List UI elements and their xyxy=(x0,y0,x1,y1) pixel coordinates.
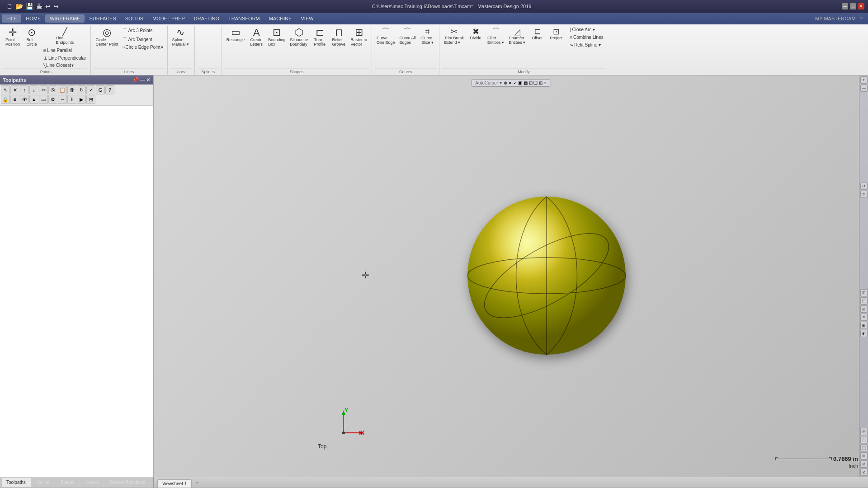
tb-view[interactable]: 👁 xyxy=(20,95,29,104)
arc-tangent-button[interactable]: ⌒ Arc Tangent xyxy=(121,35,164,43)
view-btn-8[interactable]: ≡ xyxy=(860,314,868,321)
viewsheet-1[interactable]: Viewsheet 1 xyxy=(157,479,192,488)
tb-info[interactable]: ℹ xyxy=(67,95,76,104)
tb-lock[interactable]: 🔒 xyxy=(1,95,10,104)
offset-button[interactable]: ⊏ Offset xyxy=(528,26,546,42)
point-position-button[interactable]: ✛ PointPosition xyxy=(4,26,22,48)
tb-delete[interactable]: 🗑 xyxy=(67,85,76,94)
bounding-box-button[interactable]: ⊡ BoundingBox xyxy=(266,26,287,48)
relief-groove-button[interactable]: ⊓ ReliefGroove xyxy=(330,26,348,48)
qa-save[interactable]: 💾 xyxy=(25,2,34,11)
menu-machine[interactable]: MACHINE xyxy=(264,14,297,23)
menu-view[interactable]: VIEW xyxy=(297,14,318,23)
qa-open[interactable]: 📂 xyxy=(14,2,24,11)
tab-solids[interactable]: Solids xyxy=(33,478,54,487)
close-button[interactable]: ✕ xyxy=(858,3,864,9)
line-closest-dropdown[interactable]: ╲ Line Closest ▾ xyxy=(42,62,88,68)
qa-undo[interactable]: ↩ xyxy=(44,2,52,11)
divide-button[interactable]: ✖ Divide xyxy=(467,26,485,42)
curve-slice-button[interactable]: ⌗ CurveSlice ▾ xyxy=(418,26,436,46)
panel-minimize-button[interactable]: — xyxy=(140,77,145,83)
tab-recent-functions[interactable]: Recent Functions xyxy=(106,478,151,487)
tab-planes[interactable]: Planes xyxy=(56,478,80,487)
circle-edge-dropdown[interactable]: ○ Circle Edge Point ▾ xyxy=(121,44,164,50)
tb-layers[interactable]: ≡ xyxy=(10,95,19,104)
fillet-button[interactable]: ⌒ FilletEntities ▾ xyxy=(486,26,506,46)
view-btn-4[interactable]: ↻ xyxy=(860,191,868,198)
menu-transform[interactable]: TRANSFORM xyxy=(224,14,264,23)
chamfer-button[interactable]: ◿ ChamferEntities ▾ xyxy=(507,26,527,46)
close-arc-button[interactable]: ) Close Arc ▾ xyxy=(568,26,605,33)
turn-profile-button[interactable]: ⊏ TurnProfile xyxy=(311,26,329,48)
tb-post[interactable]: G xyxy=(96,85,105,94)
trim-break-button[interactable]: ✂ Trim BreakExtend ▾ xyxy=(442,26,466,46)
bolt-circle-button[interactable]: ⊙ BoltCircle xyxy=(23,26,41,48)
qa-new[interactable]: 🗋 xyxy=(5,2,14,11)
menu-my-mastercam[interactable]: MY MASTERCAM ? xyxy=(815,16,866,21)
line-perpendicular-button[interactable]: ⊥ Line Perpendicular xyxy=(42,55,88,61)
view-btn-1[interactable]: + xyxy=(860,76,868,84)
qa-print[interactable]: 🖶 xyxy=(35,2,43,11)
tb-copy[interactable]: ⎘ xyxy=(48,85,57,94)
view-btn-12[interactable]: ◌ xyxy=(860,436,868,443)
tb-move-up[interactable]: ↑ xyxy=(20,85,29,94)
view-btn-9[interactable]: ▣ xyxy=(860,322,868,329)
viewsheet-add-button[interactable]: + xyxy=(193,479,201,488)
viewport[interactable]: AutoCursor ▾ ⊕ ✕ ✓ ▣ ▦ ⊡ ❑ ⊞ ≡ xyxy=(154,75,868,477)
view-btn-14[interactable]: ⊕ xyxy=(860,452,868,460)
tb-select[interactable]: ↖ xyxy=(1,85,10,94)
view-btn-5[interactable]: ⊞ xyxy=(860,289,868,296)
menu-solids[interactable]: SOLIDS xyxy=(121,14,148,23)
panel-close-button[interactable]: ✕ xyxy=(146,77,151,83)
tb-config[interactable]: ⊞ xyxy=(86,95,95,104)
menu-drafting[interactable]: DRAFTING xyxy=(189,14,224,23)
tb-move2[interactable]: ↔ xyxy=(58,95,67,104)
tb-frame[interactable]: ▭ xyxy=(39,95,48,104)
menu-home[interactable]: HOME xyxy=(21,14,45,23)
view-btn-15[interactable]: ⊗ xyxy=(860,460,868,468)
tb-sim[interactable]: ▶ xyxy=(77,95,86,104)
create-letters-button[interactable]: A CreateLetters xyxy=(247,26,265,48)
menu-model-prep[interactable]: MODEL PREP xyxy=(148,14,189,23)
tb-help[interactable]: ? xyxy=(105,85,114,94)
tb-up[interactable]: ▲ xyxy=(29,95,38,104)
panel-pin-button[interactable]: 📌 xyxy=(132,77,139,83)
tb-verify[interactable]: ✓ xyxy=(86,85,95,94)
silhouette-button[interactable]: ⬡ SilhouetteBoundary xyxy=(288,26,310,48)
tb-regen[interactable]: ↻ xyxy=(77,85,86,94)
spline-manual-button[interactable]: ∿ SplineManual ▾ xyxy=(170,26,191,48)
line-parallel-button[interactable]: ≡ Line Parallel xyxy=(42,47,88,54)
circle-center-button[interactable]: ◎ CircleCenter Point xyxy=(94,26,120,48)
view-btn-11[interactable]: ◎ xyxy=(860,428,868,435)
view-btn-6[interactable]: ⊡ xyxy=(860,297,868,305)
qa-redo[interactable]: ↪ xyxy=(52,2,60,11)
tb-cut[interactable]: ✂ xyxy=(39,85,48,94)
view-btn-3[interactable]: ↺ xyxy=(860,183,868,190)
refit-spline-button[interactable]: ∿ Refit Spline ▾ xyxy=(568,42,605,48)
curve-all-edges-button[interactable]: ⌒ Curve AllEdges xyxy=(397,26,417,46)
line-endpoints-button[interactable]: ╱ LineEndpoints xyxy=(42,26,88,46)
view-btn-13[interactable]: ◯ xyxy=(860,444,868,451)
rectangle-button[interactable]: ▭ Rectangle xyxy=(225,26,247,43)
tab-levels[interactable]: Levels xyxy=(81,478,104,487)
tb-move-down[interactable]: ↓ xyxy=(29,85,38,94)
menu-wireframe[interactable]: WIREFRAME xyxy=(45,14,85,23)
menu-file[interactable]: FILE xyxy=(2,14,21,23)
arc-3-points-button[interactable]: ⌒ Arc 3 Points xyxy=(121,26,164,34)
raster-vector-button[interactable]: ⊞ Raster toVector xyxy=(349,26,369,48)
view-btn-7[interactable]: ⊠ xyxy=(860,305,868,313)
chamfer-icon: ◿ xyxy=(514,28,520,36)
view-btn-10[interactable]: ◐ xyxy=(860,330,868,337)
tab-toolpaths[interactable]: Toolpaths xyxy=(2,478,31,487)
combine-lines-button[interactable]: ≡ Combine Lines xyxy=(568,34,605,41)
maximize-button[interactable]: □ xyxy=(850,3,856,9)
menu-surfaces[interactable]: SURFACES xyxy=(85,14,120,23)
project-button[interactable]: ⊡ Project xyxy=(547,26,565,42)
tb-param[interactable]: ⚙ xyxy=(48,95,57,104)
tb-paste[interactable]: 📋 xyxy=(58,85,67,94)
view-btn-2[interactable]: — xyxy=(860,84,868,92)
minimize-button[interactable]: — xyxy=(842,3,848,9)
tb-deselect[interactable]: ✕ xyxy=(10,85,19,94)
curve-one-edge-button[interactable]: ⌒ CurveOne Edge xyxy=(375,26,397,46)
view-btn-16[interactable]: ⊘ xyxy=(860,469,868,476)
